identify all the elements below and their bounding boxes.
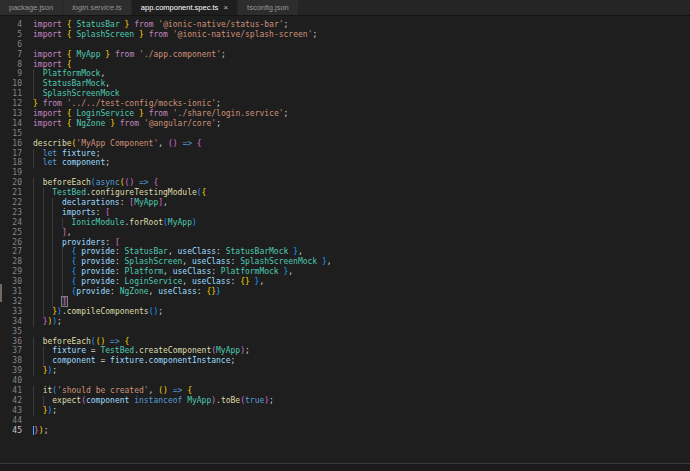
line-content[interactable]: import { MyApp } from './app.component'; bbox=[33, 50, 226, 60]
line-number[interactable]: 21 bbox=[0, 188, 22, 198]
line-number[interactable]: 44 bbox=[0, 416, 22, 426]
line-number[interactable]: 24 bbox=[0, 218, 22, 228]
indent-guide bbox=[52, 247, 62, 257]
line-content[interactable]: {provide: NgZone, useClass: {}} bbox=[33, 287, 221, 297]
indent-guide bbox=[43, 277, 53, 287]
line-number[interactable]: 8 bbox=[0, 60, 22, 70]
line-number[interactable]: 16 bbox=[0, 139, 22, 149]
line-content[interactable]: fixture = TestBed.createComponent(MyApp)… bbox=[33, 346, 250, 356]
indent-guide bbox=[43, 208, 53, 218]
indent-guide bbox=[33, 346, 43, 356]
line-number[interactable]: 25 bbox=[0, 228, 22, 238]
line-number[interactable]: 7 bbox=[0, 50, 22, 60]
code-editor[interactable]: 4import { StatusBar } from '@ionic-nativ… bbox=[0, 16, 690, 435]
line-number[interactable]: 32 bbox=[0, 297, 22, 307]
line-content[interactable]: component = fixture.componentInstance; bbox=[33, 356, 235, 366]
indent-guide bbox=[33, 158, 43, 168]
line-content[interactable]: })); bbox=[33, 317, 62, 327]
code-line: 35 bbox=[0, 327, 690, 337]
line-number[interactable]: 40 bbox=[0, 376, 22, 386]
code-line: 38 component = fixture.componentInstance… bbox=[0, 356, 690, 366]
line-content[interactable]: import { NgZone } from '@angular/core'; bbox=[33, 119, 221, 129]
indent-guide bbox=[33, 366, 43, 376]
line-number[interactable]: 20 bbox=[0, 178, 22, 188]
indent-guide bbox=[52, 277, 62, 287]
line-number[interactable]: 33 bbox=[0, 307, 22, 317]
line-number[interactable]: 26 bbox=[0, 238, 22, 248]
line-number[interactable]: 42 bbox=[0, 396, 22, 406]
line-number[interactable]: 43 bbox=[0, 406, 22, 416]
line-number[interactable]: 6 bbox=[0, 40, 22, 50]
code-line: 25 ], bbox=[0, 228, 690, 238]
line-content[interactable]: }); bbox=[33, 406, 57, 416]
tab-login-service-ts[interactable]: login.service.ts bbox=[63, 0, 131, 15]
indent-guide bbox=[33, 356, 43, 366]
line-number[interactable]: 18 bbox=[0, 158, 22, 168]
line-content[interactable]: }).compileComponents(); bbox=[33, 307, 163, 317]
line-number[interactable]: 5 bbox=[0, 30, 22, 40]
line-content[interactable]: let component; bbox=[33, 158, 110, 168]
line-content[interactable]: import { bbox=[33, 60, 72, 70]
line-content[interactable]: { provide: SplashScreen, useClass: Splas… bbox=[33, 257, 332, 267]
code-line: 31 {provide: NgZone, useClass: {}} bbox=[0, 287, 690, 297]
line-content[interactable]: IonicModule.forRoot(MyApp) bbox=[33, 218, 197, 228]
line-content[interactable]: import { LoginService } from './share/lo… bbox=[33, 109, 288, 119]
indent-guide bbox=[43, 297, 53, 307]
line-number[interactable]: 39 bbox=[0, 366, 22, 376]
line-content[interactable]: { provide: LoginService, useClass: {} }, bbox=[33, 277, 264, 287]
line-content[interactable]: let fixture; bbox=[33, 149, 100, 159]
line-content[interactable]: { provide: Platform, useClass: PlatformM… bbox=[33, 267, 293, 277]
line-content[interactable]: StatusBarMock, bbox=[33, 79, 110, 89]
line-content[interactable]: import { StatusBar } from '@ionic-native… bbox=[33, 20, 288, 30]
line-content[interactable]: ] bbox=[33, 297, 67, 307]
line-content[interactable]: TestBed.configureTestingModule({ bbox=[33, 188, 206, 198]
line-content[interactable]: imports: [ bbox=[33, 208, 110, 218]
line-content[interactable]: SplashScreenMock bbox=[33, 89, 120, 99]
tab-package-json[interactable]: package.json bbox=[0, 0, 62, 15]
line-number[interactable]: 14 bbox=[0, 119, 22, 129]
line-number[interactable]: 38 bbox=[0, 356, 22, 366]
indent-guide bbox=[33, 307, 43, 317]
line-content[interactable]: beforeEach(async(() => { bbox=[33, 178, 158, 188]
line-number[interactable]: 11 bbox=[0, 89, 22, 99]
code-line: 7import { MyApp } from './app.component'… bbox=[0, 50, 690, 60]
line-number[interactable]: 12 bbox=[0, 99, 22, 109]
line-number[interactable]: 37 bbox=[0, 346, 22, 356]
line-number[interactable]: 10 bbox=[0, 79, 22, 89]
line-number[interactable]: 29 bbox=[0, 267, 22, 277]
close-icon[interactable]: × bbox=[223, 4, 228, 12]
line-number[interactable]: 28 bbox=[0, 257, 22, 267]
line-number[interactable]: 36 bbox=[0, 337, 22, 347]
line-content[interactable]: }); bbox=[33, 426, 48, 436]
line-content[interactable]: providers: [ bbox=[33, 238, 120, 248]
line-content[interactable]: }); bbox=[33, 366, 57, 376]
line-number[interactable]: 15 bbox=[0, 129, 22, 139]
line-content[interactable]: } from '../../test-config/mocks-ionic'; bbox=[33, 99, 221, 109]
line-number[interactable]: 9 bbox=[0, 69, 22, 79]
line-content[interactable]: beforeEach(() => { bbox=[33, 337, 129, 347]
line-content[interactable]: it('should be created', () => { bbox=[33, 386, 192, 396]
line-number[interactable]: 13 bbox=[0, 109, 22, 119]
line-number[interactable]: 4 bbox=[0, 20, 22, 30]
line-content[interactable]: expect(component instanceof MyApp).toBe(… bbox=[33, 396, 274, 406]
line-number[interactable]: 34 bbox=[0, 317, 22, 327]
line-number[interactable]: 45 bbox=[0, 426, 22, 436]
line-number[interactable]: 27 bbox=[0, 247, 22, 257]
line-content[interactable]: import { SplashScreen } from '@ionic-nat… bbox=[33, 30, 317, 40]
line-content[interactable]: PlatformMock, bbox=[33, 69, 105, 79]
tab-label: app.component.spec.ts bbox=[141, 3, 219, 12]
line-number[interactable]: 35 bbox=[0, 327, 22, 337]
tab-app-component-spec-ts[interactable]: app.component.spec.ts× bbox=[132, 0, 237, 15]
line-number[interactable]: 17 bbox=[0, 149, 22, 159]
line-content[interactable]: { provide: StatusBar, useClass: StatusBa… bbox=[33, 247, 303, 257]
tab-tsconfig-json[interactable]: tsconfig.json bbox=[238, 0, 298, 15]
line-number[interactable]: 31 bbox=[0, 287, 22, 297]
line-number[interactable]: 19 bbox=[0, 168, 22, 178]
line-content[interactable]: describe('MyApp Component', () => { bbox=[33, 139, 202, 149]
line-number[interactable]: 30 bbox=[0, 277, 22, 287]
line-content[interactable]: declarations: [MyApp], bbox=[33, 198, 168, 208]
line-number[interactable]: 22 bbox=[0, 198, 22, 208]
line-number[interactable]: 41 bbox=[0, 386, 22, 396]
line-content[interactable]: ], bbox=[33, 228, 72, 238]
line-number[interactable]: 23 bbox=[0, 208, 22, 218]
